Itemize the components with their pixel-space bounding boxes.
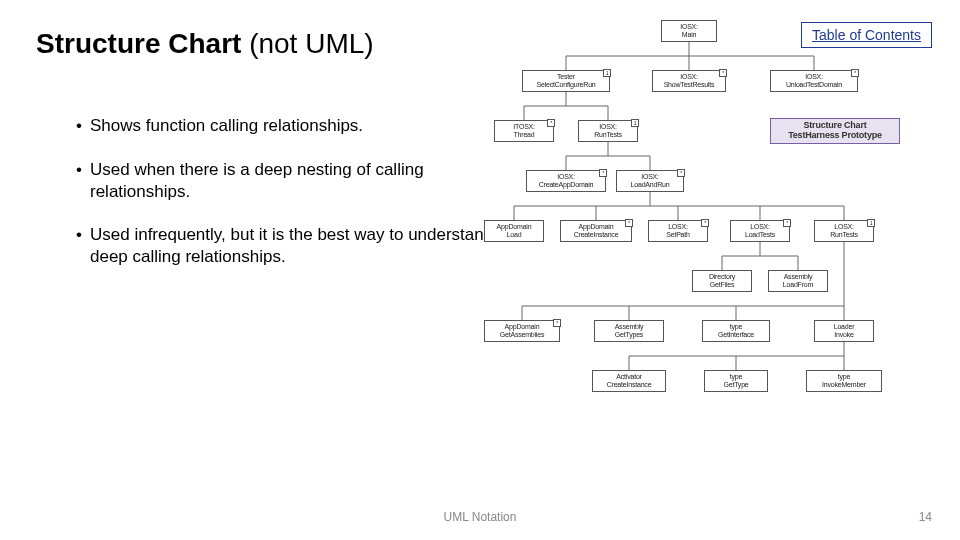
node-getfiles: DirectoryGetFiles bbox=[692, 270, 752, 292]
bullet-item: Used infrequently, but it is the best wa… bbox=[76, 224, 496, 268]
page-number: 14 bbox=[919, 510, 932, 524]
page-title-rest: (not UML) bbox=[241, 28, 373, 59]
node-setpath: LOSX:SetPath* bbox=[648, 220, 708, 242]
bullet-item: Used when there is a deep nesting of cal… bbox=[76, 159, 496, 203]
node-main: IOSX:Main bbox=[661, 20, 717, 42]
node-getassemblies: AppDomainGetAssemblies* bbox=[484, 320, 560, 342]
node-createappdomain: IOSX:CreateAppDomain* bbox=[526, 170, 606, 192]
node-gettype: typeGetType bbox=[704, 370, 768, 392]
node-highlight-title: Structure ChartTestHarness Prototype bbox=[770, 118, 900, 144]
structure-chart-diagram: IOSX:Main TesterSelectConfigureRun1 IOSX… bbox=[504, 20, 934, 490]
footer-text: UML Notation bbox=[444, 510, 517, 524]
node-loadandrun: IOSX:LoadAndRun* bbox=[616, 170, 684, 192]
node-thread: ITOSX:Thread* bbox=[494, 120, 554, 142]
page-title-bold: Structure Chart bbox=[36, 28, 241, 59]
node-invokemember: typeInvokeMember bbox=[806, 370, 882, 392]
node-runtests-l: LOSX:RunTests1 bbox=[814, 220, 874, 242]
bullet-list: Shows function calling relationships. Us… bbox=[36, 115, 496, 290]
node-runtests: IOSX:RunTests1 bbox=[578, 120, 638, 142]
node-getinterface: typeGetInterface bbox=[702, 320, 770, 342]
node-invoke: LoaderInvoke bbox=[814, 320, 874, 342]
node-showresults: IOSX:ShowTestResults* bbox=[652, 70, 726, 92]
node-tester: TesterSelectConfigureRun1 bbox=[522, 70, 610, 92]
node-activator: ActivatorCreateInstance bbox=[592, 370, 666, 392]
node-unload: IOSX:UnloadTestDomain* bbox=[770, 70, 858, 92]
bullet-item: Shows function calling relationships. bbox=[76, 115, 496, 137]
node-appdomain-load: AppDomainLoad bbox=[484, 220, 544, 242]
page-title: Structure Chart (not UML) bbox=[36, 28, 374, 60]
node-loadfrom: AssemblyLoadFrom bbox=[768, 270, 828, 292]
node-gettypes: AssemblyGetTypes bbox=[594, 320, 664, 342]
node-appdomain-create: AppDomainCreateInstance* bbox=[560, 220, 632, 242]
node-loadtests: LOSX:LoadTests* bbox=[730, 220, 790, 242]
